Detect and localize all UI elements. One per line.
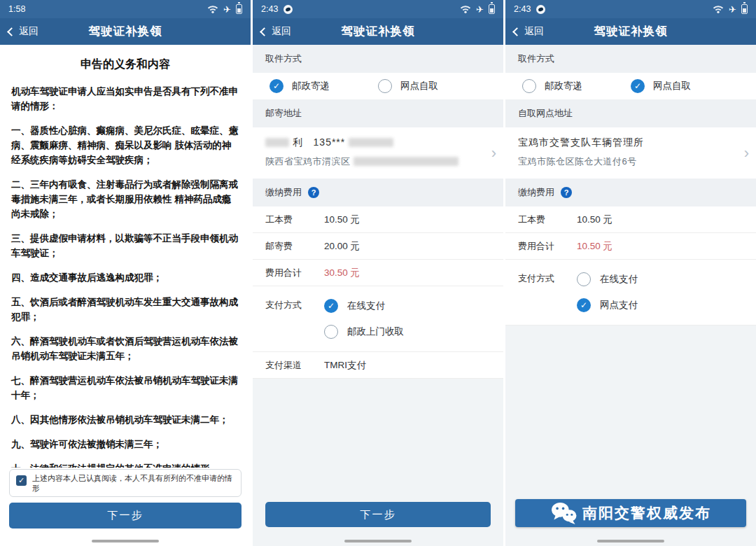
declaration-item: 九、驾驶许可依法被撤销未满三年； (11, 437, 239, 451)
fee-row-production-cost: 工本费 10.50 元 (253, 206, 503, 233)
fees-section-header: 缴纳费用 ? (253, 178, 503, 206)
redacted-phone (349, 138, 393, 147)
airplane-mode-icon: ✈ (223, 5, 231, 14)
wifi-icon (460, 5, 471, 13)
status-icons: ✈ (207, 4, 242, 14)
option-postal-collect[interactable]: 邮政上门收取 (324, 318, 404, 344)
agree-checkbox-label: 上述内容本人已认真阅读，本人不具有所列的不准申请的情形 (32, 473, 234, 493)
wifi-icon (207, 5, 218, 13)
radio-unchecked-icon[interactable] (378, 79, 392, 93)
back-button[interactable]: 返回 (0, 18, 47, 45)
status-time: 2:43 (261, 4, 278, 14)
total-amount: 10.50 元 (577, 240, 612, 253)
wechat-icon (550, 501, 578, 525)
payment-method-row: 支付方式 ✓ 在线支付 邮政上门收取 (253, 286, 503, 352)
fee-row-total: 费用合计 10.50 元 (505, 233, 756, 260)
notification-icon (536, 5, 545, 14)
outlet-name: 宝鸡市交警支队车辆管理所 (518, 136, 732, 149)
declaration-intro: 机动车驾驶证申请人应当如实申告是否具有下列不准申请的情形： (11, 84, 239, 113)
back-chevron-icon (512, 27, 522, 36)
battery-icon (741, 4, 748, 14)
mail-address-section-header: 邮寄地址 (253, 99, 503, 127)
radio-unchecked-icon[interactable] (577, 272, 591, 286)
payment-channel-row: 支付渠道 TMRI支付 (253, 352, 503, 379)
status-time: 1:58 (8, 4, 25, 14)
option-online-payment[interactable]: ✓ 在线支付 (324, 293, 404, 318)
chevron-right-icon: › (744, 144, 749, 162)
payment-method-row: 支付方式 在线支付 ✓ 网点支付 (505, 260, 756, 326)
payment-options: 在线支付 ✓ 网点支付 (577, 266, 638, 318)
nav-bar: 驾驶证补换领 返回 (0, 18, 251, 45)
outlet-address: 宝鸡市陈仓区陈仓大道付6号 (518, 155, 732, 168)
status-icons: ✈ (460, 4, 495, 14)
screen-mail-delivery: 2:43 ✈ 驾驶证补换领 返回 取件方式 (253, 0, 503, 546)
declaration-footer: ✓ 上述内容本人已认真阅读，本人不具有所列的不准申请的情形 下一步 (9, 469, 241, 528)
pickup-method-section-header: 取件方式 (505, 45, 756, 73)
status-bar: 1:58 ✈ (0, 0, 251, 18)
battery-icon (489, 4, 495, 14)
help-icon[interactable]: ? (308, 187, 319, 198)
radio-checked-icon[interactable]: ✓ (324, 299, 338, 313)
chevron-right-icon: › (491, 144, 496, 162)
option-outlet-payment[interactable]: ✓ 网点支付 (577, 292, 638, 318)
declaration-item: 三、提供虚假申请材料，以欺骗等不正当手段申领机动车驾驶证； (11, 231, 239, 260)
back-chevron-icon (260, 27, 269, 36)
option-postal-delivery[interactable]: 邮政寄递 (522, 79, 631, 93)
radio-checked-icon[interactable]: ✓ (631, 79, 645, 93)
declaration-item-clipped: 十、法律和行政法规规定的其他不准申请的情形 (11, 461, 239, 468)
declaration-item: 四、造成交通事故后逃逸构成犯罪； (11, 270, 239, 285)
fee-row-postage: 邮寄费 20.00 元 (253, 233, 503, 260)
back-button[interactable]: 返回 (505, 18, 552, 45)
wechat-watermark-banner: 南阳交警权威发布 (515, 499, 746, 527)
screen-self-pickup: 2:43 ✈ 驾驶证补换领 返回 取件方式 (505, 0, 756, 546)
pickup-method-options: ✓ 邮政寄递 网点自取 (253, 73, 503, 99)
banner-text: 南阳交警权威发布 (582, 503, 711, 523)
radio-checked-icon[interactable]: ✓ (577, 298, 591, 312)
next-step-button[interactable]: 下一步 (9, 503, 241, 528)
pickup-outlet-section-header: 自取网点地址 (505, 99, 756, 127)
declaration-item: 六、醉酒驾驶机动车或者饮酒后驾驶营运机动车依法被吊销机动车驾驶证未满五年； (11, 334, 239, 363)
pickup-outlet-row[interactable]: 宝鸡市交警支队车辆管理所 宝鸡市陈仓区陈仓大道付6号 › (505, 127, 756, 178)
option-online-payment[interactable]: 在线支付 (577, 266, 638, 292)
payment-channel-value: TMRI支付 (324, 359, 366, 372)
agree-card[interactable]: ✓ 上述内容本人已认真阅读，本人不具有所列的不准申请的情形 (9, 469, 241, 497)
mail-address-row[interactable]: 利 135*** 陕西省宝鸡市渭滨区 › (253, 127, 503, 178)
address-line: 陕西省宝鸡市渭滨区 (265, 155, 479, 168)
home-indicator[interactable] (344, 540, 412, 542)
declaration-item: 二、三年内有吸食、注射毒品行为或者解除强制隔离戒毒措施未满三年，或者长期服用依赖… (11, 177, 239, 221)
declaration-item: 八、因其他情形依法被吊销机动车驾驶证未满二年； (11, 412, 239, 427)
payment-options: ✓ 在线支付 邮政上门收取 (324, 293, 404, 344)
help-icon[interactable]: ? (561, 187, 572, 198)
radio-checked-icon[interactable]: ✓ (270, 79, 284, 93)
status-time: 2:43 (514, 4, 531, 14)
radio-unchecked-icon[interactable] (324, 325, 338, 339)
radio-unchecked-icon[interactable] (522, 79, 536, 93)
option-postal-delivery[interactable]: ✓ 邮政寄递 (270, 79, 378, 93)
declaration-item: 一、器质性心脏病、癫痫病、美尼尔氏症、眩晕症、癔病、震颤麻痹、精神病、痴呆以及影… (11, 123, 239, 167)
total-amount: 30.50 元 (324, 267, 360, 279)
airplane-mode-icon: ✈ (476, 5, 484, 14)
nav-bar: 驾驶证补换领 返回 (253, 18, 503, 45)
wifi-icon (713, 5, 724, 13)
home-indicator[interactable] (92, 540, 159, 542)
recipient-line: 利 135*** (265, 136, 479, 149)
option-self-pickup[interactable]: 网点自取 (378, 79, 486, 93)
status-bar: 2:43 ✈ (253, 0, 503, 18)
fee-row-production-cost: 工本费 10.50 元 (505, 206, 756, 233)
redacted-name (265, 138, 289, 147)
back-chevron-icon (7, 27, 16, 36)
declaration-content[interactable]: 申告的义务和内容 机动车驾驶证申请人应当如实申告是否具有下列不准申请的情形： 一… (0, 45, 251, 468)
status-icons: ✈ (713, 4, 748, 14)
fees-section-header: 缴纳费用 ? (505, 178, 756, 206)
screen-declaration: 1:58 ✈ 驾驶证补换领 返回 申告的义务和内容 机动车驾驶证申请人应当如实申… (0, 0, 251, 546)
back-button[interactable]: 返回 (253, 18, 300, 45)
airplane-mode-icon: ✈ (729, 5, 736, 14)
home-indicator[interactable] (597, 540, 664, 542)
redacted-address (354, 157, 458, 166)
status-bar: 2:43 ✈ (505, 0, 756, 18)
next-step-button[interactable]: 下一步 (265, 502, 491, 527)
option-self-pickup[interactable]: ✓ 网点自取 (631, 79, 739, 93)
pickup-method-section-header: 取件方式 (253, 45, 503, 73)
three-screenshot-collage: 1:58 ✈ 驾驶证补换领 返回 申告的义务和内容 机动车驾驶证申请人应当如实申… (0, 0, 756, 546)
agree-checkbox[interactable]: ✓ (16, 475, 27, 486)
